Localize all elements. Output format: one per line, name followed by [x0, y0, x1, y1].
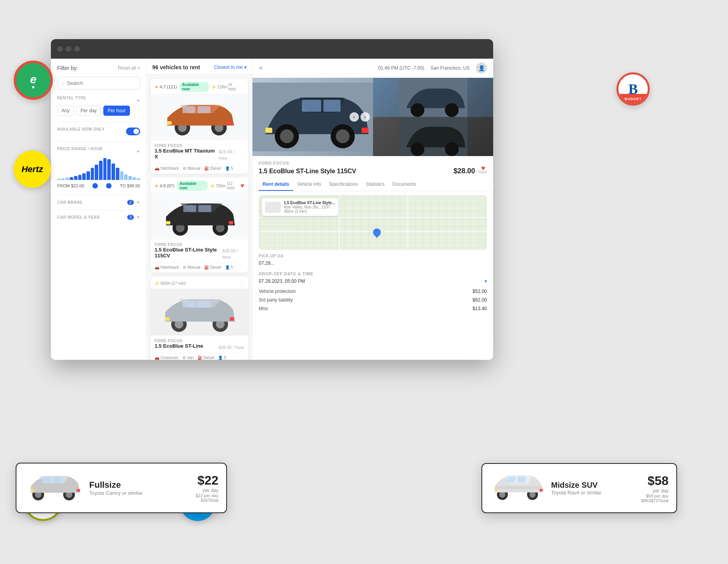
- price-bar-10: [99, 161, 103, 180]
- favorite-icon-2[interactable]: ♥: [241, 182, 245, 189]
- next-arrow[interactable]: ›: [360, 112, 370, 122]
- svg-rect-13: [198, 205, 211, 212]
- results-count: 96 vehicles to rent: [152, 64, 200, 70]
- car-card-3-badges: ⚡ 920m (17 min): [155, 281, 186, 286]
- cost-row-3: Misc $13.40: [252, 304, 493, 313]
- favorite-icon-3[interactable]: ♡: [239, 280, 244, 287]
- spec-trans-2: ⚙Manual: [183, 265, 200, 269]
- favorite-icon-1[interactable]: ♡: [239, 83, 244, 91]
- car-card-2[interactable]: ★ 4.8 (87) Available now ⚡ 700m (12 min)…: [151, 178, 248, 273]
- svg-point-34: [411, 103, 424, 117]
- prev-arrow[interactable]: ‹: [350, 112, 359, 122]
- car-image-2: [151, 192, 248, 239]
- price-bar-18: [133, 177, 136, 180]
- price-bar-12: [107, 159, 111, 180]
- star-icon-2: ★: [155, 183, 159, 189]
- car-model-chevron: ▼: [136, 215, 140, 219]
- price-range-label: PRICE RANGE / HOUR: [57, 147, 103, 151]
- spec-body-2: 🚗Hatchback: [155, 265, 179, 269]
- price-chart: [57, 156, 140, 180]
- map-card-distance: 360m (3 min): [284, 209, 335, 214]
- car-brand-count: 2: [127, 200, 134, 205]
- browser-titlebar: [51, 39, 493, 59]
- tab-documents[interactable]: Documents: [388, 178, 420, 191]
- car-card-2-brand: FORD FOCUS: [155, 242, 244, 247]
- cost-value-1: $52.00: [472, 289, 487, 294]
- midsize-amount: $58: [641, 474, 669, 488]
- car-image-3: [151, 289, 248, 336]
- price-handle-right[interactable]: [106, 183, 112, 189]
- car-card-3[interactable]: ⚡ 920m (17 min) ♡: [151, 277, 248, 360]
- svg-rect-63: [517, 476, 526, 483]
- price-bar-19: [137, 178, 140, 180]
- map-road-v1: [339, 195, 340, 250]
- fullsize-subtitle: Toyota Camry or similar: [89, 490, 189, 496]
- detail-location: San Francisco, US: [431, 65, 470, 71]
- midsize-subtitle: Toyota Rav4 or similar: [551, 490, 635, 496]
- enterprise-logo: e: [14, 61, 53, 100]
- rental-type-chevron: ▲: [136, 98, 140, 102]
- budget-logo: B BUDGET: [616, 72, 650, 106]
- fullsize-price: $22 per day $22 per day $367total: [196, 473, 218, 503]
- divider: [57, 122, 140, 122]
- close-button[interactable]: ×: [259, 64, 263, 72]
- car-svg-3: [157, 291, 243, 334]
- browser-dot-green: [74, 46, 80, 52]
- rental-type-perhour[interactable]: Per hour: [103, 106, 130, 116]
- rental-type-section: RENTAL TYPE ▲: [57, 96, 140, 104]
- car-brand-row[interactable]: CAR BRAND 2 ▼: [57, 200, 140, 205]
- car-model-row[interactable]: CAR MODEL & YEAR 3 ▼: [57, 215, 140, 220]
- spec-seats-2: 👤5: [225, 265, 233, 269]
- tab-statistics[interactable]: Statistics: [362, 178, 388, 191]
- midsize-info: Midsize SUV Toyota Rav4 or similar: [551, 481, 635, 496]
- price-bar-17: [128, 176, 132, 180]
- svg-rect-5: [197, 106, 210, 113]
- filter-panel: Filter by: Reset all × ⌕ RENTAL TYPE ▲ A…: [51, 59, 147, 360]
- price-bar-8: [91, 168, 94, 180]
- nav-arrows: ‹ ›: [350, 112, 370, 122]
- browser-dot-yellow: [66, 46, 71, 52]
- cost-value-2: $62.00: [472, 297, 487, 303]
- svg-rect-23: [230, 317, 234, 321]
- fullsize-car-image: [24, 470, 83, 506]
- svg-rect-22: [165, 317, 169, 321]
- price-handle-left[interactable]: [92, 183, 98, 189]
- svg-rect-57: [77, 489, 80, 492]
- rental-type-any[interactable]: Any: [57, 106, 74, 116]
- fullsize-per-day: per day: [196, 488, 218, 493]
- dropoff-chevron[interactable]: ▾: [485, 278, 487, 284]
- reset-all-button[interactable]: Reset all ×: [118, 65, 140, 71]
- midsize-card: Midsize SUV Toyota Rav4 or similar $58 p…: [481, 463, 677, 513]
- price-bar-4: [74, 176, 77, 180]
- car-card-1-model: 1.5 EcoBlue MT Titanium X: [155, 148, 219, 160]
- cost-row-2: 3rd party liability $62.00: [252, 296, 493, 304]
- sort-button[interactable]: Closest to me ▾: [214, 65, 247, 70]
- svg-rect-7: [227, 121, 232, 125]
- detail-images: ‹ ›: [252, 78, 493, 156]
- tab-rent-details[interactable]: Rent details: [259, 178, 293, 191]
- svg-rect-4: [182, 106, 195, 113]
- rental-type-perday[interactable]: Per day: [76, 106, 101, 116]
- detail-heart[interactable]: ♥: [481, 164, 485, 172]
- price-range-inputs: FROM $22.00 TO $98.50: [57, 183, 140, 189]
- detail-model-name: 1.5 EcoBlue ST-Line Style 115CV: [259, 168, 356, 175]
- tab-vehicle-info[interactable]: Vehicle info: [293, 178, 325, 191]
- distance-badge-1: ⚡ 120m (4 min): [211, 83, 239, 91]
- available-now-toggle[interactable]: [126, 128, 140, 135]
- svg-rect-55: [53, 477, 62, 483]
- cost-value-3: $13.40: [472, 306, 487, 311]
- tab-specifications[interactable]: Specifications: [325, 178, 362, 191]
- price-range-section: PRICE RANGE / HOUR ▲ FROM $22.00 TO $98.…: [57, 147, 140, 189]
- fullsize-total: $22 per day: [196, 493, 218, 498]
- search-input[interactable]: [67, 80, 136, 86]
- car-card-1[interactable]: ★ 4.7 (121) Available now ⚡ 120m (4 min)…: [151, 79, 248, 174]
- spec-trans-1: ⚙Manual: [183, 166, 200, 171]
- svg-point-35: [445, 103, 458, 117]
- pickup-label: PICK-UP DA: [259, 254, 487, 258]
- price-bar-6: [82, 173, 86, 180]
- cost-label-1: Vehicle protection: [259, 289, 296, 294]
- price-bar-15: [120, 171, 124, 180]
- price-bar-14: [116, 168, 119, 180]
- map-car-thumb: [265, 202, 281, 213]
- spec-seats-3: 👤5: [218, 356, 226, 360]
